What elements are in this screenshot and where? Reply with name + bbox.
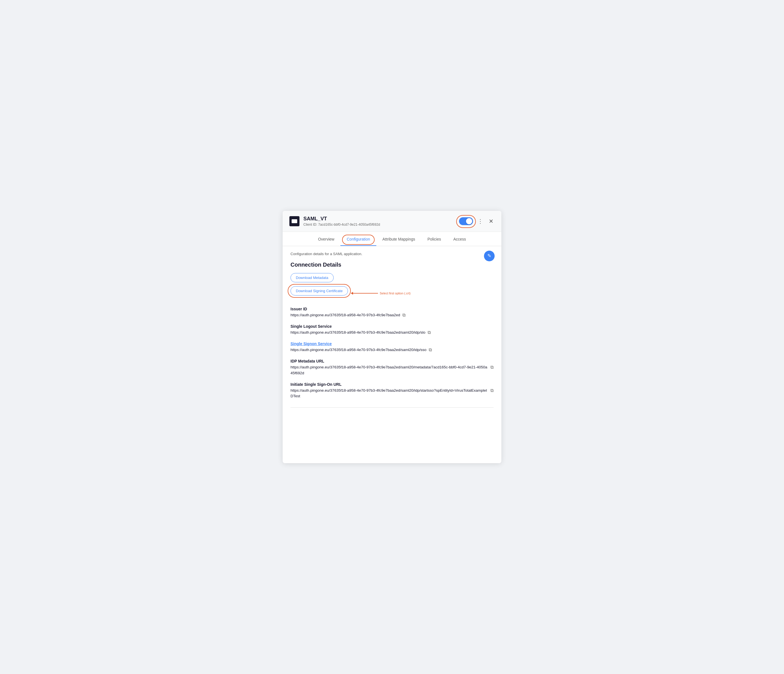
arrow-label-text: Select first option (.crt): [380, 292, 411, 295]
more-options-icon[interactable]: ⋮: [476, 217, 484, 226]
content-area: Configuration details for a SAML applica…: [283, 246, 501, 419]
tab-configuration[interactable]: Configuration: [341, 233, 376, 246]
issuer-id-label: Issuer ID: [291, 307, 493, 311]
field-idp-metadata-url: IDP Metadata URL https://auth.pingone.eu…: [291, 359, 493, 376]
field-issuer-id: Issuer ID https://auth.pingone.eu/37635f…: [291, 307, 493, 318]
arrow-annotation: Select first option (.crt): [351, 292, 411, 295]
app-title: SAML_VT: [303, 216, 455, 222]
close-icon[interactable]: ✕: [488, 217, 495, 226]
edit-button[interactable]: ✎: [484, 251, 495, 261]
tab-attribute-mappings[interactable]: Attribute Mappings: [376, 233, 422, 246]
idp-metadata-url-label: IDP Metadata URL: [291, 359, 493, 363]
header-text: SAML_VT Client ID: 7acd165c-bbf0-4cd7-9e…: [303, 216, 455, 227]
issuer-id-value: https://auth.pingone.eu/37635f18-a958-4e…: [291, 312, 400, 318]
single-logout-row: https://auth.pingone.eu/37635f18-a958-4e…: [291, 330, 493, 335]
pencil-icon: ✎: [487, 253, 491, 259]
copy-idp-metadata-url-icon[interactable]: ⧉: [490, 365, 493, 370]
single-signon-row: https://auth.pingone.eu/37635f18-a958-4e…: [291, 347, 493, 353]
client-id: Client ID: 7acd165c-bbf0-4cd7-9e21-4050a…: [303, 223, 455, 227]
field-single-signon: Single Signon Service https://auth.pingo…: [291, 342, 493, 353]
single-logout-value: https://auth.pingone.eu/37635f18-a958-4e…: [291, 330, 425, 335]
fields-list: Issuer ID https://auth.pingone.eu/37635f…: [291, 307, 493, 399]
section-title: Connection Details: [291, 262, 493, 268]
idp-metadata-url-value: https://auth.pingone.eu/37635f18-a958-4e…: [291, 365, 488, 376]
main-panel: SAML_VT Client ID: 7acd165c-bbf0-4cd7-9e…: [283, 211, 501, 463]
header-actions: ⋮ ✕: [459, 217, 495, 226]
field-single-logout: Single Logout Service https://auth.pingo…: [291, 324, 493, 335]
content-description: Configuration details for a SAML applica…: [291, 252, 493, 256]
download-cert-wrapper: Download Signing Certificate: [291, 286, 348, 295]
initiate-sso-url-label: Initiate Single Sign-On URL: [291, 382, 493, 387]
copy-initiate-sso-url-icon[interactable]: ⧉: [490, 388, 493, 393]
arrow-line: [351, 292, 378, 295]
issuer-id-row: https://auth.pingone.eu/37635f18-a958-4e…: [291, 312, 493, 318]
app-icon: [289, 216, 299, 226]
tab-overview[interactable]: Overview: [312, 233, 341, 246]
header: SAML_VT Client ID: 7acd165c-bbf0-4cd7-9e…: [283, 211, 501, 232]
bottom-divider: [291, 407, 493, 408]
download-signing-certificate-button[interactable]: Download Signing Certificate: [291, 286, 348, 295]
copy-single-signon-icon[interactable]: ⧉: [429, 347, 432, 353]
tab-access[interactable]: Access: [447, 233, 472, 246]
tabs-nav: Overview Configuration Attribute Mapping…: [283, 233, 501, 246]
tab-policies[interactable]: Policies: [422, 233, 447, 246]
copy-single-logout-icon[interactable]: ⧉: [428, 330, 431, 335]
initiate-sso-url-value: https://auth.pingone.eu/37635f18-a958-4e…: [291, 388, 488, 399]
single-signon-label[interactable]: Single Signon Service: [291, 342, 493, 346]
download-metadata-button[interactable]: Download Metadata: [291, 273, 334, 282]
toggle-knob: [466, 218, 472, 224]
single-signon-value: https://auth.pingone.eu/37635f18-a958-4e…: [291, 347, 426, 353]
single-logout-label: Single Logout Service: [291, 324, 493, 329]
arrow-shaft: [353, 293, 378, 294]
toggle-wrapper: [459, 217, 473, 225]
initiate-sso-url-row: https://auth.pingone.eu/37635f18-a958-4e…: [291, 388, 493, 399]
copy-issuer-id-icon[interactable]: ⧉: [402, 313, 406, 318]
field-initiate-sso-url: Initiate Single Sign-On URL https://auth…: [291, 382, 493, 399]
enable-toggle[interactable]: [459, 217, 473, 225]
idp-metadata-url-row: https://auth.pingone.eu/37635f18-a958-4e…: [291, 365, 493, 376]
